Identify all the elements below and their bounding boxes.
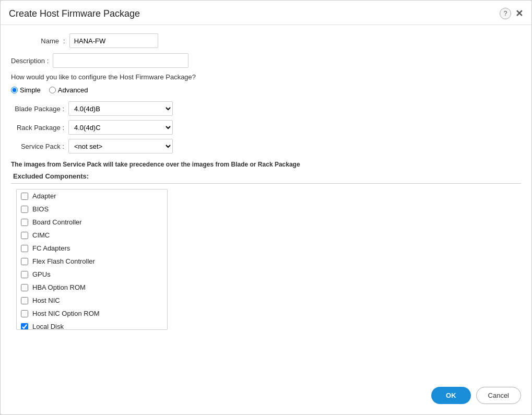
component-label: Flex Flash Controller xyxy=(32,257,95,265)
name-input[interactable] xyxy=(69,33,158,48)
component-checkbox-10[interactable] xyxy=(21,323,28,330)
name-label: Name xyxy=(11,37,63,45)
rack-package-select[interactable]: 4.0(4d)C xyxy=(68,120,173,135)
list-item[interactable]: Board Controller xyxy=(17,216,167,229)
ok-button[interactable]: OK xyxy=(431,387,471,404)
component-label: FC Adapters xyxy=(32,244,70,252)
list-item[interactable]: FC Adapters xyxy=(17,242,167,255)
help-button[interactable]: ? xyxy=(500,8,511,19)
description-label: Description : xyxy=(11,57,53,65)
component-label: Host NIC xyxy=(32,297,60,304)
component-label: CIMC xyxy=(32,231,50,239)
component-checkbox-3[interactable] xyxy=(21,232,28,239)
blade-package-select[interactable]: 4.0(4d)B xyxy=(68,101,173,116)
component-checkbox-1[interactable] xyxy=(21,206,28,213)
description-input[interactable] xyxy=(53,53,188,68)
component-checkbox-2[interactable] xyxy=(21,219,28,226)
service-label: Service Pack : xyxy=(11,143,68,150)
blade-label: Blade Package : xyxy=(11,105,68,113)
divider xyxy=(11,183,521,184)
list-item[interactable]: Host NIC Option ROM xyxy=(17,307,167,320)
component-checkbox-9[interactable] xyxy=(21,310,28,317)
name-colon: : xyxy=(63,37,65,45)
excluded-components-list[interactable]: AdapterBIOSBoard ControllerCIMCFC Adapte… xyxy=(16,189,168,330)
cancel-button[interactable]: Cancel xyxy=(476,387,521,404)
excluded-label: Excluded Components: xyxy=(11,172,521,180)
radio-advanced-label[interactable]: Advanced xyxy=(49,86,88,94)
list-item[interactable]: HBA Option ROM xyxy=(17,281,167,294)
blade-package-row: Blade Package : 4.0(4d)B xyxy=(11,101,521,116)
radio-group: Simple Advanced xyxy=(11,86,521,94)
component-checkbox-4[interactable] xyxy=(21,245,28,252)
component-label: GPUs xyxy=(32,270,51,278)
service-pack-row: Service Pack : <not set> xyxy=(11,139,521,153)
component-label: Local Disk xyxy=(32,323,64,330)
description-row: Description : xyxy=(11,53,521,68)
component-label: BIOS xyxy=(32,205,49,213)
component-label: Host NIC Option ROM xyxy=(32,310,100,317)
radio-simple-label[interactable]: Simple xyxy=(11,86,41,94)
name-row: Name : xyxy=(11,33,521,48)
rack-label: Rack Package : xyxy=(11,124,68,132)
create-host-firmware-dialog: Create Host Firmware Package ? ✕ Name : … xyxy=(0,0,532,415)
dialog-header: Create Host Firmware Package ? ✕ xyxy=(1,1,531,25)
config-question: How would you like to configure the Host… xyxy=(11,73,521,81)
radio-advanced[interactable] xyxy=(49,87,56,93)
component-checkbox-7[interactable] xyxy=(21,284,28,291)
component-label: HBA Option ROM xyxy=(32,283,86,291)
list-item[interactable]: Flex Flash Controller xyxy=(17,255,167,268)
component-checkbox-8[interactable] xyxy=(21,297,28,304)
list-item[interactable]: Local Disk xyxy=(17,320,167,330)
rack-package-row: Rack Package : 4.0(4d)C xyxy=(11,120,521,135)
service-pack-select[interactable]: <not set> xyxy=(68,139,173,153)
header-icons: ? ✕ xyxy=(500,8,523,19)
info-text: The images from Service Pack will take p… xyxy=(11,161,521,168)
component-label: Adapter xyxy=(32,192,56,200)
list-item[interactable]: Host NIC xyxy=(17,294,167,307)
dialog-title: Create Host Firmware Package xyxy=(9,8,140,19)
dialog-footer: OK Cancel xyxy=(431,387,521,404)
list-item[interactable]: BIOS xyxy=(17,203,167,216)
component-checkbox-5[interactable] xyxy=(21,258,28,265)
component-label: Board Controller xyxy=(32,218,82,226)
component-checkbox-6[interactable] xyxy=(21,271,28,278)
close-button[interactable]: ✕ xyxy=(515,8,523,19)
radio-simple[interactable] xyxy=(11,87,18,93)
list-item[interactable]: CIMC xyxy=(17,229,167,242)
component-checkbox-0[interactable] xyxy=(21,193,28,200)
dialog-body: Name : Description : How would you like … xyxy=(1,25,531,338)
list-item[interactable]: Adapter xyxy=(17,189,167,203)
list-item[interactable]: GPUs xyxy=(17,268,167,281)
